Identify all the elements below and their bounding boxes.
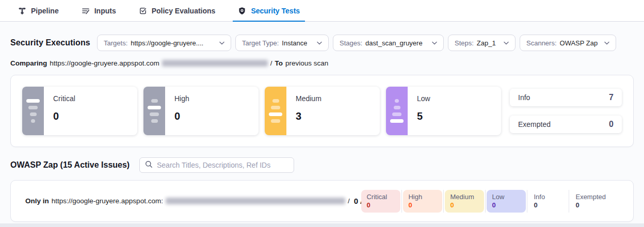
bottom-cutoff-strip xyxy=(0,223,644,227)
badge-label: Critical xyxy=(366,193,395,201)
divider xyxy=(485,190,486,213)
exempted-badge: Exempted 0 xyxy=(570,190,609,213)
clipboard-check-icon xyxy=(139,7,147,15)
severity-summary-panel: Critical 0 High 0 Medium 3 xyxy=(10,75,634,147)
inputs-icon xyxy=(82,7,90,15)
high-severity-icon xyxy=(143,87,165,135)
chevron-down-icon xyxy=(219,41,224,45)
side-card-count: 7 xyxy=(609,93,614,102)
severity-label: Low xyxy=(417,94,430,103)
comparing-line: Comparing https://google-gruyere.appspot… xyxy=(10,59,634,67)
comparing-to-value: previous scan xyxy=(285,59,328,67)
dropdown-label: Target Type: xyxy=(242,39,279,47)
critical-badge: Critical 0 xyxy=(361,190,400,213)
comparing-to-label: To xyxy=(275,59,283,67)
scanners-dropdown[interactable]: Scanners: OWASP Zap xyxy=(520,35,616,51)
side-cards: Info 7 Exempted 0 xyxy=(510,89,622,133)
issue-comparison-row[interactable]: Only in https://google-gruyere.appspot.c… xyxy=(10,180,634,222)
filter-dropdowns: Targets: https://google-gruyere.... Targ… xyxy=(97,35,616,51)
divider xyxy=(527,190,527,213)
divider xyxy=(401,190,402,213)
exempted-card: Exempted 0 xyxy=(510,116,622,133)
search-input[interactable] xyxy=(157,161,288,169)
dropdown-value: Zap_1 xyxy=(477,39,496,47)
tab-label: Pipeline xyxy=(31,7,59,15)
low-card: Low 5 xyxy=(386,87,501,135)
medium-badge: Medium 0 xyxy=(445,190,484,213)
tab-inputs[interactable]: Inputs xyxy=(82,0,116,21)
severity-label: High xyxy=(174,94,189,103)
comparing-label: Comparing xyxy=(10,59,47,67)
severity-badges: Critical 0 High 0 Medium 0 Low 0 Info 0 xyxy=(361,190,609,213)
badge-count: 0 xyxy=(450,201,479,209)
badge-count: 0 xyxy=(408,201,437,209)
targets-dropdown[interactable]: Targets: https://google-gruyere.... xyxy=(97,35,231,51)
high-card: High 0 xyxy=(143,87,259,135)
filters-row: Security Executions Targets: https://goo… xyxy=(10,35,634,51)
target-type-dropdown[interactable]: Target Type: Instance xyxy=(235,35,329,51)
severity-count: 0 xyxy=(174,110,189,122)
steps-dropdown[interactable]: Steps: Zap_1 xyxy=(448,35,516,51)
tab-bar: Pipeline Inputs Policy Evaluations xyxy=(0,0,644,22)
dropdown-value: dast_scan_gruyere xyxy=(365,39,423,47)
redacted-text xyxy=(166,198,345,204)
badge-label: Low xyxy=(492,193,521,201)
tab-label: Security Tests xyxy=(251,7,300,15)
tab-policy-evaluations[interactable]: Policy Evaluations xyxy=(139,0,216,21)
medium-severity-icon xyxy=(265,87,286,135)
dropdown-label: Targets: xyxy=(104,39,127,47)
severity-count: 3 xyxy=(296,110,321,122)
badge-count: 0 xyxy=(534,201,562,209)
issues-header-row: OWASP Zap (15 Active Issues) xyxy=(10,157,634,173)
badge-label: Medium xyxy=(450,193,479,201)
comparing-url: https://google-gruyere.appspot.com xyxy=(50,59,159,67)
medium-card: Medium 3 xyxy=(265,87,380,135)
dropdown-label: Stages: xyxy=(340,39,362,47)
side-card-count: 0 xyxy=(609,120,614,129)
critical-card: Critical 0 xyxy=(22,87,137,135)
row-separator: / xyxy=(348,197,350,205)
shield-gear-icon xyxy=(238,7,246,15)
side-card-label: Info xyxy=(518,93,530,102)
badge-count: 0 xyxy=(492,201,521,209)
redacted-text xyxy=(162,60,268,67)
tab-security-tests[interactable]: Security Tests xyxy=(238,0,300,21)
high-badge: High 0 xyxy=(403,190,442,213)
severity-label: Critical xyxy=(53,94,75,103)
badge-count: 0 xyxy=(366,201,395,209)
badge-count: 0 xyxy=(575,201,604,209)
badge-label: Exempted xyxy=(575,193,604,201)
info-card: Info 7 xyxy=(510,89,622,106)
badge-label: Info xyxy=(534,193,562,201)
chevron-down-icon xyxy=(504,41,509,45)
tab-pipeline[interactable]: Pipeline xyxy=(18,0,59,21)
low-badge: Low 0 xyxy=(487,190,526,213)
dropdown-value: Instance xyxy=(282,39,307,47)
side-card-label: Exempted xyxy=(518,120,551,128)
comparing-separator: / xyxy=(270,59,272,67)
issues-title: OWASP Zap (15 Active Issues) xyxy=(10,160,139,170)
divider xyxy=(569,190,569,213)
severity-count: 0 xyxy=(53,110,75,122)
dropdown-value: https://google-gruyere.... xyxy=(131,39,203,47)
pipeline-icon xyxy=(18,7,26,15)
row-url: https://google-gruyere.appspot.com: xyxy=(52,197,163,205)
divider xyxy=(443,190,444,213)
dropdown-label: Scanners: xyxy=(526,39,557,47)
info-badge: Info 0 xyxy=(528,190,568,213)
page-title: Security Executions xyxy=(10,38,90,47)
dropdown-value: OWASP Zap xyxy=(560,39,598,47)
dropdown-label: Steps: xyxy=(455,39,474,47)
row-text: Only in https://google-gruyere.appspot.c… xyxy=(25,197,365,205)
tab-label: Inputs xyxy=(94,7,116,15)
low-severity-icon xyxy=(386,87,408,135)
chevron-down-icon xyxy=(432,41,437,45)
badge-label: High xyxy=(408,193,437,201)
chevron-down-icon xyxy=(604,41,609,45)
search-box xyxy=(139,157,294,173)
stages-dropdown[interactable]: Stages: dast_scan_gruyere xyxy=(333,35,444,51)
severity-label: Medium xyxy=(296,94,321,103)
critical-severity-icon xyxy=(22,87,44,135)
tab-label: Policy Evaluations xyxy=(152,7,216,15)
severity-count: 5 xyxy=(417,110,430,122)
